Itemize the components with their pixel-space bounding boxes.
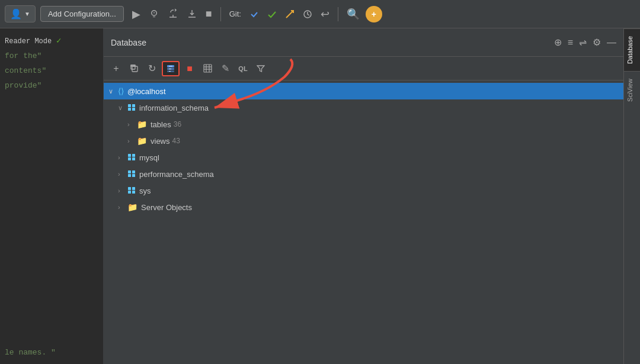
search-button[interactable]: 🔍 — [344, 7, 362, 22]
performance-schema-label: performance_schema — [139, 170, 214, 179]
code-panel: Reader Mode ✓ for the" contents" provide… — [0, 28, 104, 364]
connection-icon: ⟨⟩ — [118, 86, 124, 96]
code-text-3: contents" — [5, 66, 46, 75]
folder-icon-server: 📁 — [127, 202, 137, 212]
chevron-sys: › — [118, 187, 127, 194]
add-configuration-button[interactable]: Add Configuration... — [40, 6, 124, 22]
git-history-button[interactable] — [300, 8, 315, 20]
code-line-2: for the" — [5, 51, 98, 60]
views-label: views — [151, 137, 170, 146]
sql-button[interactable]: QL — [235, 61, 251, 76]
git-update-button[interactable] — [247, 8, 261, 20]
tree-item-performance-schema[interactable]: › performance_schema — [104, 166, 623, 182]
debug-button[interactable] — [146, 8, 162, 21]
git-label: Git: — [229, 9, 241, 18]
separator-1 — [220, 7, 221, 21]
sidebar-sciview-label: SciView — [626, 79, 633, 102]
top-toolbar: 👤 ▼ Add Configuration... ▶ ■ Git: — [0, 0, 640, 28]
svg-rect-12 — [128, 104, 131, 107]
code-line-3: contents" — [5, 66, 98, 75]
chevron-server-objects: › — [118, 204, 127, 211]
stop-button[interactable]: ■ — [203, 7, 215, 21]
database-toolbar: + ↻ ■ ✎ QL — [104, 57, 623, 80]
schema-icon-info — [127, 103, 136, 113]
tree-item-information-schema[interactable]: ∨ information_schema — [104, 99, 623, 116]
information-schema-label: information_schema — [139, 104, 209, 112]
sidebar-tab-sciview[interactable]: SciView — [624, 71, 640, 109]
sys-label: sys — [139, 186, 151, 195]
separator-2 — [338, 7, 338, 21]
profile-button[interactable]: + — [366, 6, 382, 22]
table-button[interactable] — [200, 61, 215, 76]
code-line-4: provide" — [5, 81, 98, 90]
svg-rect-18 — [128, 157, 131, 160]
svg-rect-20 — [128, 170, 131, 173]
svg-rect-26 — [128, 191, 131, 194]
chevron-mysql: › — [118, 154, 127, 161]
add-datasource-button[interactable]: + — [108, 61, 124, 76]
edit-button[interactable]: ✎ — [217, 61, 233, 76]
filter-button[interactable] — [253, 61, 268, 76]
run-button[interactable]: ▶ — [130, 7, 143, 22]
tables-count: 36 — [174, 120, 181, 128]
mysql-label: mysql — [139, 153, 159, 162]
add-config-label: Add Configuration... — [48, 9, 116, 18]
user-button[interactable]: 👤 ▼ — [5, 5, 36, 22]
refresh-button[interactable]: ↻ — [144, 61, 159, 76]
svg-rect-24 — [128, 187, 131, 190]
tables-label: tables — [151, 120, 171, 129]
user-dropdown-icon: ▼ — [24, 11, 30, 17]
tree-item-mysql[interactable]: › mysql — [104, 149, 623, 166]
stop-sync-button[interactable]: ■ — [182, 61, 197, 76]
tree-item-sys[interactable]: › sys — [104, 182, 623, 199]
svg-rect-27 — [132, 191, 135, 194]
git-push-button[interactable] — [283, 8, 297, 20]
folder-icon-tables: 📁 — [137, 120, 147, 129]
check-icon: ✓ — [56, 36, 61, 46]
code-text-4: provide" — [5, 81, 41, 90]
code-line-1: Reader Mode ✓ — [5, 36, 98, 46]
tree-item-views[interactable]: › 📁 views 43 — [104, 133, 623, 149]
sidebar-tab-database[interactable]: Database — [624, 28, 640, 71]
svg-rect-3 — [131, 65, 135, 69]
schema-icon-mysql — [127, 153, 136, 163]
tree-item-localhost[interactable]: ∨ ⟨⟩ @localhost — [104, 83, 623, 99]
user-icon: 👤 — [10, 8, 22, 20]
schema-sync-button[interactable] — [162, 61, 180, 76]
tree-item-server-objects[interactable]: › 📁 Server Objects — [104, 199, 623, 215]
chevron-performance: › — [118, 170, 127, 178]
chevron-views: › — [127, 137, 137, 144]
globe-icon[interactable]: ⊕ — [554, 37, 562, 48]
toolbar-icons: ▶ ■ Git: ↩ 🔍 + — [130, 6, 635, 22]
svg-point-0 — [153, 12, 155, 13]
views-count: 43 — [172, 137, 180, 145]
step-into-button[interactable] — [184, 8, 200, 21]
code-line-5: le names. " — [5, 348, 98, 357]
database-header-icons: ⊕ ≡ ⇌ ⚙ — — [554, 37, 616, 48]
code-text-5: le names. " — [5, 348, 56, 357]
svg-rect-15 — [132, 108, 135, 111]
svg-rect-19 — [132, 157, 135, 160]
filter-icon[interactable]: ⇌ — [579, 37, 587, 48]
database-title: Database — [111, 38, 554, 47]
collapse-icon[interactable]: — — [607, 37, 616, 48]
undo-button[interactable]: ↩ — [318, 7, 332, 22]
folder-icon-views: 📁 — [137, 136, 147, 146]
schema-icon-performance — [127, 169, 136, 179]
svg-rect-25 — [132, 187, 135, 190]
copy-button[interactable] — [126, 61, 142, 76]
list-icon[interactable]: ≡ — [568, 37, 573, 48]
svg-rect-23 — [132, 174, 135, 177]
step-over-button[interactable] — [165, 8, 181, 21]
svg-rect-21 — [132, 170, 135, 173]
sidebar-database-label: Database — [626, 36, 633, 64]
tree-item-tables[interactable]: › 📁 tables 36 — [104, 116, 623, 133]
reader-mode-label: Reader Mode — [5, 37, 52, 46]
settings-icon[interactable]: ⚙ — [593, 37, 601, 48]
localhost-label: @localhost — [127, 87, 166, 96]
database-header: Database ⊕ ≡ ⇌ ⚙ — — [104, 28, 623, 57]
code-text-2: for the" — [5, 51, 41, 60]
svg-rect-13 — [132, 104, 135, 107]
git-commit-button[interactable] — [265, 8, 279, 20]
svg-rect-16 — [128, 154, 131, 157]
